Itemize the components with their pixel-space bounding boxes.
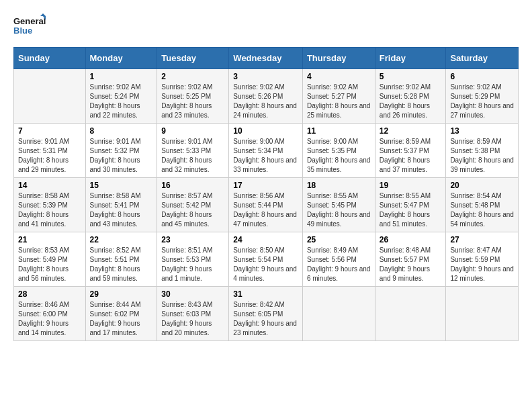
day-number: 27 [450,235,514,244]
day-info: Sunrise: 8:59 AMSunset: 5:38 PMDaylight:… [450,137,514,175]
day-info: Sunrise: 8:57 AMSunset: 5:42 PMDaylight:… [161,191,224,229]
calendar-day-cell: 11Sunrise: 9:00 AMSunset: 5:35 PMDayligh… [302,124,375,178]
day-number: 13 [450,126,514,136]
calendar-table: SundayMondayTuesdayWednesdayThursdayFrid… [13,47,519,341]
calendar-day-cell: 2Sunrise: 9:02 AMSunset: 5:25 PMDaylight… [157,69,229,124]
day-header: Monday [85,48,157,69]
day-header: Tuesday [157,48,229,69]
day-info: Sunrise: 9:02 AMSunset: 5:28 PMDaylight:… [380,83,442,120]
header-row: SundayMondayTuesdayWednesdayThursdayFrid… [14,48,519,69]
day-info: Sunrise: 8:49 AMSunset: 5:56 PMDaylight:… [307,246,371,283]
calendar-day-cell: 8Sunrise: 9:01 AMSunset: 5:32 PMDaylight… [85,124,157,178]
calendar-day-cell: 23Sunrise: 8:51 AMSunset: 5:53 PMDayligh… [157,232,229,287]
day-info: Sunrise: 8:44 AMSunset: 6:02 PMDaylight:… [90,300,153,338]
day-number: 20 [450,181,514,190]
calendar-day-cell: 7Sunrise: 9:01 AMSunset: 5:31 PMDaylight… [14,124,86,178]
calendar-day-cell: 28Sunrise: 8:46 AMSunset: 6:00 PMDayligh… [14,287,86,341]
day-number: 25 [307,235,371,244]
calendar-day-cell: 5Sunrise: 9:02 AMSunset: 5:28 PMDaylight… [375,69,446,124]
day-info: Sunrise: 9:02 AMSunset: 5:25 PMDaylight:… [161,83,224,120]
calendar-week-row: 7Sunrise: 9:01 AMSunset: 5:31 PMDaylight… [14,124,519,178]
calendar-day-cell: 24Sunrise: 8:50 AMSunset: 5:54 PMDayligh… [229,232,303,287]
calendar-day-cell [302,287,375,341]
day-number: 14 [18,181,81,190]
day-number: 16 [161,181,224,190]
day-info: Sunrise: 9:00 AMSunset: 5:34 PMDaylight:… [233,137,298,175]
day-info: Sunrise: 8:54 AMSunset: 5:48 PMDaylight:… [450,191,514,229]
day-number: 15 [90,181,153,190]
calendar-day-cell: 16Sunrise: 8:57 AMSunset: 5:42 PMDayligh… [157,178,229,232]
calendar-day-cell: 27Sunrise: 8:47 AMSunset: 5:59 PMDayligh… [446,232,519,287]
day-number: 2 [161,72,224,81]
day-header: Sunday [14,48,86,69]
day-info: Sunrise: 8:50 AMSunset: 5:54 PMDaylight:… [233,246,298,283]
calendar-day-cell: 19Sunrise: 8:55 AMSunset: 5:47 PMDayligh… [375,178,446,232]
day-info: Sunrise: 8:48 AMSunset: 5:57 PMDaylight:… [380,246,442,283]
day-number: 10 [233,126,298,136]
day-header: Friday [375,48,446,69]
day-info: Sunrise: 8:52 AMSunset: 5:51 PMDaylight:… [90,246,153,283]
day-number: 8 [90,126,153,136]
day-number: 1 [90,72,153,81]
day-number: 28 [18,289,81,299]
calendar-day-cell: 29Sunrise: 8:44 AMSunset: 6:02 PMDayligh… [85,287,157,341]
calendar-day-cell: 1Sunrise: 9:02 AMSunset: 5:24 PMDaylight… [85,69,157,124]
day-info: Sunrise: 8:51 AMSunset: 5:53 PMDaylight:… [161,246,224,283]
logo-svg: General Blue [13,13,47,40]
day-info: Sunrise: 8:53 AMSunset: 5:49 PMDaylight:… [18,246,81,283]
day-number: 19 [380,181,442,190]
calendar-day-cell: 26Sunrise: 8:48 AMSunset: 5:57 PMDayligh… [375,232,446,287]
day-header: Thursday [302,48,375,69]
calendar-day-cell: 14Sunrise: 8:58 AMSunset: 5:39 PMDayligh… [14,178,86,232]
calendar-week-row: 28Sunrise: 8:46 AMSunset: 6:00 PMDayligh… [14,287,519,341]
calendar-day-cell: 3Sunrise: 9:02 AMSunset: 5:26 PMDaylight… [229,69,303,124]
day-number: 3 [233,72,298,81]
day-header: Saturday [446,48,519,69]
day-info: Sunrise: 8:42 AMSunset: 6:05 PMDaylight:… [233,300,298,338]
calendar-week-row: 14Sunrise: 8:58 AMSunset: 5:39 PMDayligh… [14,178,519,232]
day-number: 26 [380,235,442,244]
calendar-week-row: 1Sunrise: 9:02 AMSunset: 5:24 PMDaylight… [14,69,519,124]
day-number: 12 [380,126,442,136]
day-number: 18 [307,181,371,190]
day-number: 7 [18,126,81,136]
day-info: Sunrise: 8:56 AMSunset: 5:44 PMDaylight:… [233,191,298,229]
day-number: 24 [233,235,298,244]
day-info: Sunrise: 9:02 AMSunset: 5:26 PMDaylight:… [233,83,298,120]
page-header: General Blue [13,13,519,40]
day-info: Sunrise: 9:02 AMSunset: 5:27 PMDaylight:… [307,83,371,120]
day-number: 22 [90,235,153,244]
day-info: Sunrise: 9:02 AMSunset: 5:24 PMDaylight:… [90,83,153,120]
calendar-day-cell: 17Sunrise: 8:56 AMSunset: 5:44 PMDayligh… [229,178,303,232]
calendar-week-row: 21Sunrise: 8:53 AMSunset: 5:49 PMDayligh… [14,232,519,287]
day-number: 9 [161,126,224,136]
day-info: Sunrise: 9:01 AMSunset: 5:32 PMDaylight:… [90,137,153,175]
day-info: Sunrise: 8:46 AMSunset: 6:00 PMDaylight:… [18,300,81,338]
calendar-day-cell: 9Sunrise: 9:01 AMSunset: 5:33 PMDaylight… [157,124,229,178]
day-number: 17 [233,181,298,190]
calendar-day-cell: 4Sunrise: 9:02 AMSunset: 5:27 PMDaylight… [302,69,375,124]
day-header: Wednesday [229,48,303,69]
logo: General Blue [13,13,47,40]
calendar-day-cell: 15Sunrise: 8:58 AMSunset: 5:41 PMDayligh… [85,178,157,232]
calendar-day-cell: 6Sunrise: 9:02 AMSunset: 5:29 PMDaylight… [446,69,519,124]
calendar-day-cell: 18Sunrise: 8:55 AMSunset: 5:45 PMDayligh… [302,178,375,232]
day-info: Sunrise: 9:02 AMSunset: 5:29 PMDaylight:… [450,83,514,120]
day-number: 6 [450,72,514,81]
day-info: Sunrise: 8:58 AMSunset: 5:39 PMDaylight:… [18,191,81,229]
calendar-day-cell [14,69,86,124]
day-number: 30 [161,289,224,299]
day-info: Sunrise: 9:00 AMSunset: 5:35 PMDaylight:… [307,137,371,175]
day-info: Sunrise: 9:01 AMSunset: 5:31 PMDaylight:… [18,137,81,175]
svg-marker-2 [40,13,46,16]
day-number: 11 [307,126,371,136]
calendar-day-cell: 13Sunrise: 8:59 AMSunset: 5:38 PMDayligh… [446,124,519,178]
day-number: 29 [90,289,153,299]
calendar-day-cell: 20Sunrise: 8:54 AMSunset: 5:48 PMDayligh… [446,178,519,232]
calendar-day-cell: 21Sunrise: 8:53 AMSunset: 5:49 PMDayligh… [14,232,86,287]
day-number: 23 [161,235,224,244]
day-info: Sunrise: 8:55 AMSunset: 5:45 PMDaylight:… [307,191,371,229]
calendar-day-cell: 10Sunrise: 9:00 AMSunset: 5:34 PMDayligh… [229,124,303,178]
day-number: 21 [18,235,81,244]
day-info: Sunrise: 8:58 AMSunset: 5:41 PMDaylight:… [90,191,153,229]
